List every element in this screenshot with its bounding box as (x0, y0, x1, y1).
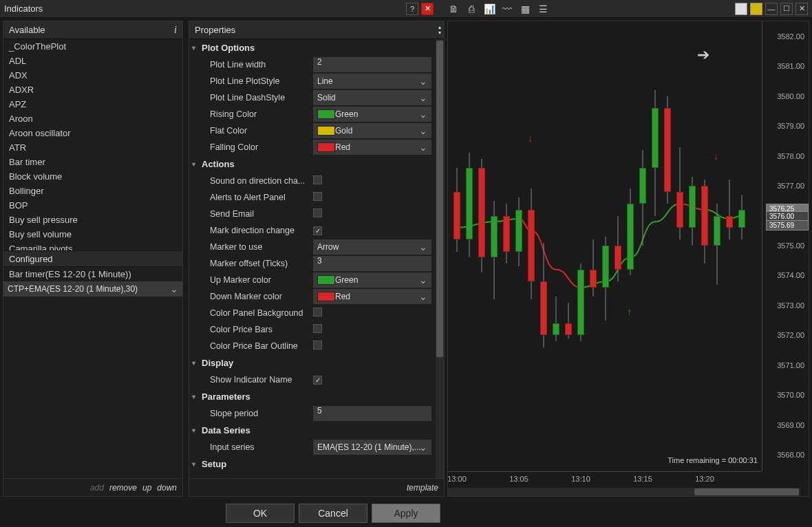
time-axis: 13:0013:0513:1013:1513:20 (448, 471, 762, 488)
configured-list[interactable]: Bar timer(ES 12-20 (1 Minute))CTP+EMA(ES… (3, 267, 182, 478)
chart-h-scrollbar[interactable] (448, 488, 800, 496)
available-item[interactable]: Bar timer (3, 155, 182, 169)
available-item[interactable]: Aroon oscillator (3, 126, 182, 140)
flat-color-select-swatch (317, 126, 335, 136)
chart-panel: ➔ ↓↑↓ 3568.003569.003570.003571.003572.0… (447, 21, 809, 497)
slope-period-input[interactable]: 5 (313, 406, 431, 421)
info-icon[interactable]: i (174, 25, 177, 36)
ok-button[interactable]: OK (226, 504, 295, 523)
configured-item[interactable]: CTP+EMA(ES 12-20 (1 Minute),30) (3, 281, 182, 297)
configured-item[interactable]: Bar timer(ES 12-20 (1 Minute)) (3, 267, 182, 281)
row-color-panel-bg-label: Color Panel Background (210, 308, 313, 318)
row-plot-line-width-label: Plot Line width (210, 60, 313, 69)
color-panel-bg-checkbox[interactable] (313, 308, 322, 316)
tool-icon-2[interactable]: ⎙ (464, 3, 479, 15)
alerts-panel-checkbox[interactable] (313, 192, 322, 201)
close-icon[interactable]: ✕ (795, 3, 808, 15)
available-item[interactable]: ADL (3, 54, 182, 68)
help-icon[interactable]: ? (406, 3, 418, 15)
tool-icon-4[interactable]: 〰 (500, 3, 515, 15)
up-button[interactable]: up (142, 483, 151, 493)
titlebar-icons: ? ✕ 🗎 ⎙ 📊 〰 ▦ ☰ — ☐ ✕ (406, 3, 808, 15)
color-price-bar-outline-checkbox[interactable] (313, 341, 322, 349)
tool-icon-5[interactable]: ▦ (517, 3, 533, 15)
row-falling-color: Falling Color Red (189, 139, 436, 155)
close-panel-icon[interactable]: ✕ (421, 3, 434, 15)
available-item[interactable]: Buy sell pressure (3, 213, 182, 227)
maximize-icon[interactable]: ☐ (780, 3, 793, 15)
marker-offset-input[interactable]: 3 (313, 256, 431, 271)
input-series-select[interactable]: EMA(ES 12-20 (1 Minute),... (313, 440, 431, 455)
group-actions[interactable]: Actions (189, 155, 436, 173)
chart-area[interactable]: ➔ ↓↑↓ (448, 21, 762, 471)
chart-h-scroll-thumb[interactable] (694, 488, 799, 495)
template-button[interactable]: template (407, 483, 438, 493)
configured-header-label: Configured (9, 254, 53, 264)
apply-button[interactable]: Apply (372, 504, 440, 523)
available-item[interactable]: ATR (3, 140, 182, 155)
plot-line-width-input[interactable]: 2 (313, 57, 431, 72)
add-button[interactable]: add (90, 483, 104, 493)
group-setup[interactable]: Setup (189, 455, 436, 473)
row-marker-to-use-label: Marker to use (210, 242, 313, 252)
group-display[interactable]: Display (189, 354, 436, 372)
time-tick: 13:20 (695, 475, 714, 483)
properties-scrollbar[interactable] (436, 39, 444, 478)
properties-scroll[interactable]: Plot OptionsPlot Line width2Plot Line Pl… (189, 39, 444, 478)
show-indicator-name-checkbox[interactable]: ✓ (313, 376, 322, 385)
color-price-bars-checkbox[interactable] (313, 324, 322, 333)
group-data-series[interactable]: Data Series (189, 422, 436, 439)
group-plot-options[interactable]: Plot Options (189, 39, 436, 56)
tool-icon-6[interactable]: ☰ (535, 3, 551, 15)
available-item[interactable]: ADX (3, 68, 182, 83)
row-marker-offset: Marker offset (Ticks)3 (189, 255, 436, 272)
falling-color-select-swatch (317, 142, 335, 152)
available-item[interactable]: ADXR (3, 83, 182, 97)
price-tick: 3571.00 (777, 361, 804, 369)
available-list[interactable]: _ColorThePlotADLADXADXRAPZAroonAroon osc… (3, 39, 182, 250)
swatch-yellow-icon[interactable] (750, 3, 762, 15)
available-item[interactable]: _ColorThePlot (3, 39, 182, 54)
up-marker-color-select-swatch (317, 275, 335, 285)
down-marker-icon: ↓ (528, 133, 533, 144)
minimize-icon[interactable]: — (765, 3, 778, 15)
available-item[interactable]: Buy sell volume (3, 227, 182, 241)
tool-icon-1[interactable]: 🗎 (446, 3, 461, 15)
down-marker-color-select[interactable]: Red (313, 289, 431, 304)
price-tick: 3582.00 (777, 32, 804, 41)
cancel-button[interactable]: Cancel (299, 504, 367, 523)
row-show-indicator-name-label: Show Indicator Name (210, 375, 313, 385)
row-up-marker-color-label: Up Marker color (210, 275, 313, 285)
available-item[interactable]: Block volume (3, 169, 182, 184)
scrollbar-thumb[interactable] (436, 41, 443, 357)
swatch-white-icon[interactable] (735, 3, 747, 15)
row-plot-line-plotstyle-label: Plot Line PlotStyle (210, 76, 313, 86)
up-marker-color-select[interactable]: Green (313, 272, 431, 288)
down-marker-color-select-swatch (317, 292, 335, 301)
rising-color-select[interactable]: Green (313, 107, 431, 122)
mark-direction-checkbox[interactable]: ✓ (313, 226, 322, 235)
time-tick: 13:05 (509, 475, 528, 483)
price-tick: 3580.00 (777, 92, 804, 100)
sound-on-direction-checkbox[interactable] (313, 175, 322, 184)
remove-button[interactable]: remove (109, 483, 137, 493)
row-down-marker-color-label: Down Marker color (210, 292, 313, 301)
window-title: Indicators (4, 3, 43, 14)
group-parameters[interactable]: Parameters (189, 388, 436, 405)
properties-sort-icon[interactable]: ▴▾ (438, 25, 441, 36)
flat-color-select[interactable]: Gold (313, 123, 431, 138)
available-item[interactable]: Aroon (3, 111, 182, 126)
falling-color-select[interactable]: Red (313, 140, 431, 155)
plot-line-dashstyle-select[interactable]: Solid (313, 90, 431, 105)
marker-to-use-select[interactable]: Arrow (313, 239, 431, 255)
available-item[interactable]: APZ (3, 97, 182, 111)
available-item[interactable]: Bollinger (3, 184, 182, 198)
send-email-checkbox[interactable] (313, 208, 322, 217)
down-button[interactable]: down (157, 483, 177, 493)
row-rising-color-label: Rising Color (210, 109, 313, 119)
plot-line-plotstyle-select[interactable]: Line (313, 74, 431, 89)
tool-icon-3[interactable]: 📊 (482, 3, 497, 15)
available-item[interactable]: Camarilla pivots (3, 241, 182, 250)
row-plot-line-plotstyle: Plot Line PlotStyleLine (189, 73, 436, 89)
available-item[interactable]: BOP (3, 198, 182, 213)
